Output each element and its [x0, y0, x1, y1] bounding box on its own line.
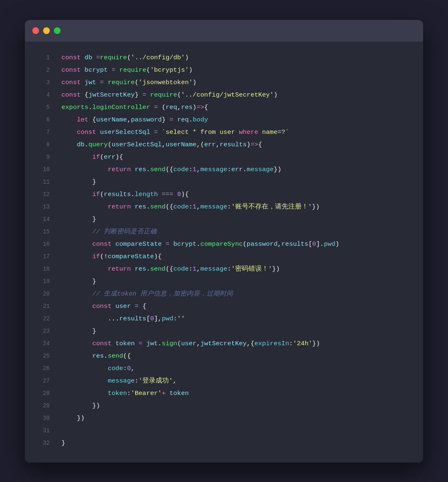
code-line: 7 const userSelectSql = `select * from u… — [25, 126, 423, 138]
code-line: 11 } — [25, 176, 423, 188]
code-line: 1 const db =require('../config/db') — [25, 51, 423, 64]
code-line: 31 — [25, 424, 423, 437]
code-line: 12 if(results.length === 0){ — [25, 188, 423, 201]
code-line: 20 // 生成token 用户信息，加密内容，过期时间 — [25, 288, 423, 300]
code-line: 16 const compareState = bcrypt.compareSy… — [25, 238, 423, 250]
code-line: 25 res.send({ — [25, 350, 423, 362]
code-line: 5 exports.loginController = (req,res)=>{ — [25, 101, 423, 114]
code-line: 21 const user = { — [25, 300, 423, 312]
code-editor-window: 1 const db =require('../config/db') 2 co… — [25, 20, 423, 463]
code-line: 9 if(err){ — [25, 151, 423, 163]
code-line: 8 db.query(userSelectSql,userName,(err,r… — [25, 138, 423, 151]
code-line: 17 if(!compareState){ — [25, 250, 423, 263]
code-line: 3 const jwt = require('jsonwebtoken') — [25, 76, 423, 89]
code-line: 13 return res.send({code:1,message:'账号不存… — [25, 201, 423, 213]
code-line: 32 } — [25, 437, 423, 449]
code-line: 27 message:'登录成功', — [25, 375, 423, 387]
code-line: 24 const token = jwt.sign(user,jwtSecret… — [25, 337, 423, 350]
code-line: 29 }) — [25, 400, 423, 412]
minimize-button[interactable] — [43, 27, 50, 34]
code-line: 19 } — [25, 275, 423, 288]
code-area: 1 const db =require('../config/db') 2 co… — [25, 41, 423, 463]
code-line: 28 token:'Bearer'+ token — [25, 387, 423, 400]
code-line: 26 code:0, — [25, 362, 423, 375]
code-line: 14 } — [25, 213, 423, 225]
code-line: 15 // 判断密码是否正确 — [25, 225, 423, 238]
code-line: 6 let {userName,password} = req.body — [25, 114, 423, 126]
code-line: 18 return res.send({code:1,message:'密码错误… — [25, 263, 423, 275]
code-line: 10 return res.send({code:1,message:err.m… — [25, 163, 423, 176]
maximize-button[interactable] — [54, 27, 61, 34]
code-line: 30 }) — [25, 412, 423, 424]
code-line: 23 } — [25, 325, 423, 337]
titlebar — [25, 20, 423, 41]
code-line: 22 ...results[0],pwd:'' — [25, 312, 423, 325]
close-button[interactable] — [32, 27, 39, 34]
code-line: 4 const {jwtSecretKey} = require('../con… — [25, 89, 423, 101]
code-line: 2 const bcrypt = require('bcryptjs') — [25, 64, 423, 76]
